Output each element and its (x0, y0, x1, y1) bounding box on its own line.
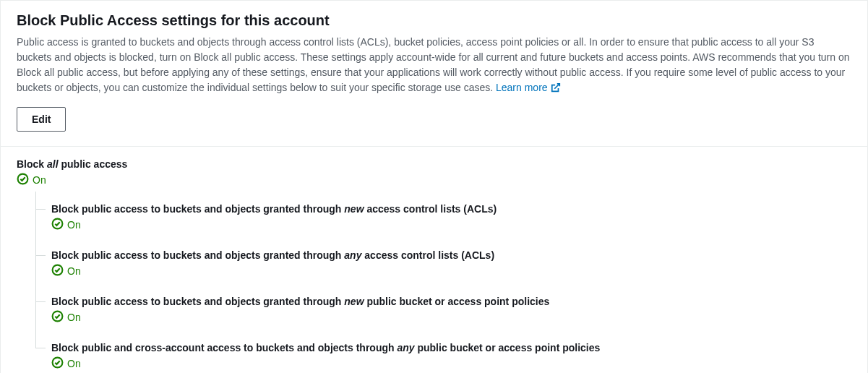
page-title: Block Public Access settings for this ac… (17, 12, 851, 29)
subsetting-title: Block public access to buckets and objec… (51, 249, 851, 261)
subsetting-title: Block public and cross-account access to… (51, 342, 851, 353)
subsetting-suffix: access control lists (ACLs) (361, 249, 494, 261)
description-text: Public access is granted to buckets and … (17, 35, 851, 97)
status-on-text: On (67, 219, 81, 231)
block-all-setting: Block all public access On (17, 158, 851, 187)
check-circle-icon (17, 173, 29, 187)
learn-more-link[interactable]: Learn more (496, 82, 561, 93)
status-on-text: On (67, 265, 81, 277)
subsetting-title: Block public access to buckets and objec… (51, 296, 851, 307)
subsetting-any-acls: Block public access to buckets and objec… (35, 244, 851, 284)
status-on-text: On (33, 174, 46, 186)
check-circle-icon (51, 264, 64, 278)
subsetting-suffix: public bucket or access point policies (364, 296, 550, 307)
status-on-text: On (67, 312, 81, 323)
check-circle-icon (51, 310, 64, 325)
subsetting-status: On (51, 264, 851, 278)
description-body: Public access is granted to buckets and … (17, 36, 850, 93)
subsetting-emph: any (344, 249, 361, 261)
check-circle-icon (51, 356, 64, 371)
subsetting-emph: new (344, 296, 364, 307)
subsetting-new-policies: Block public access to buckets and objec… (35, 290, 851, 330)
panel-body: Block all public access On Block public … (1, 147, 867, 373)
block-public-access-panel: Block Public Access settings for this ac… (0, 0, 868, 373)
subsetting-prefix: Block public access to buckets and objec… (51, 249, 344, 261)
panel-header: Block Public Access settings for this ac… (1, 1, 867, 147)
subsetting-prefix: Block public and cross-account access to… (51, 342, 397, 353)
subsettings-list: Block public access to buckets and objec… (17, 197, 851, 373)
subsetting-any-policies: Block public and cross-account access to… (35, 336, 851, 373)
subsetting-emph: any (397, 342, 414, 353)
subsetting-prefix: Block public access to buckets and objec… (51, 296, 344, 307)
block-all-status: On (17, 173, 851, 187)
block-all-emph: all (47, 158, 59, 170)
block-all-title: Block all public access (17, 158, 851, 170)
edit-button[interactable]: Edit (17, 107, 66, 132)
subsetting-new-acls: Block public access to buckets and objec… (35, 197, 851, 238)
subsetting-emph: new (344, 203, 364, 215)
subsetting-suffix: public bucket or access point policies (415, 342, 601, 353)
external-link-icon (551, 82, 561, 97)
subsetting-status: On (51, 310, 851, 325)
block-all-suffix: public access (59, 158, 128, 170)
subsetting-status: On (51, 218, 851, 232)
check-circle-icon (51, 218, 64, 232)
subsetting-status: On (51, 356, 851, 371)
subsetting-suffix: access control lists (ACLs) (364, 203, 497, 215)
learn-more-label: Learn more (496, 82, 548, 93)
block-all-prefix: Block (17, 158, 47, 170)
subsetting-prefix: Block public access to buckets and objec… (51, 203, 344, 215)
subsetting-title: Block public access to buckets and objec… (51, 203, 851, 215)
status-on-text: On (67, 358, 81, 369)
